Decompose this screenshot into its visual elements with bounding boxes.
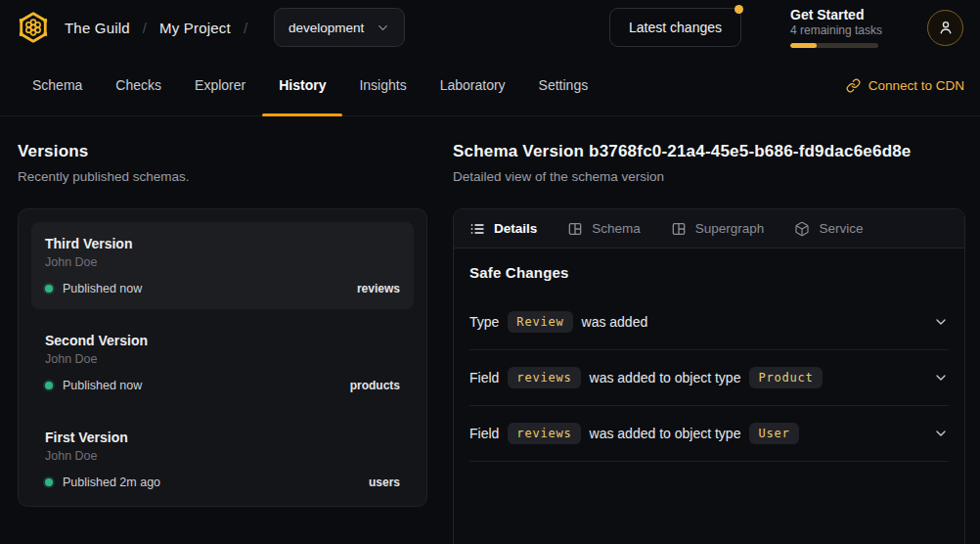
tab-laboratory[interactable]: Laboratory bbox=[423, 55, 522, 115]
breadcrumb-org[interactable]: The Guild bbox=[65, 20, 130, 36]
change-text: was added to object type bbox=[590, 426, 741, 441]
detail-tabs: Details Schema Sup bbox=[454, 209, 964, 249]
get-started-title: Get Started bbox=[790, 7, 878, 23]
get-started-subtitle: 4 remaining tasks bbox=[790, 23, 878, 38]
version-service-label: products bbox=[350, 379, 400, 392]
tab-explorer[interactable]: Explorer bbox=[178, 55, 262, 115]
versions-list: Third Version John Doe Published now rev… bbox=[18, 208, 427, 507]
latest-changes-button[interactable]: Latest changes bbox=[609, 8, 741, 47]
version-list-item[interactable]: Second Version John Doe Published now pr… bbox=[31, 319, 414, 406]
versions-title: Versions bbox=[18, 141, 427, 162]
change-text: Type bbox=[469, 314, 499, 330]
latest-changes-label: Latest changes bbox=[629, 20, 722, 35]
version-service-label: reviews bbox=[357, 282, 400, 295]
schema-version-card: Details Schema Sup bbox=[453, 208, 965, 544]
type-badge: Review bbox=[508, 311, 572, 333]
user-icon bbox=[937, 19, 955, 36]
version-status: Published now bbox=[63, 282, 142, 295]
breadcrumb-project[interactable]: My Project bbox=[159, 20, 231, 36]
schema-version-panel: Schema Version b3768fc0-21a4-45e5-b686-f… bbox=[453, 141, 965, 544]
version-author: John Doe bbox=[45, 448, 400, 464]
tab-supergraph[interactable]: Supergraph bbox=[671, 221, 765, 237]
version-list-item[interactable]: First Version John Doe Published 2m ago … bbox=[31, 416, 414, 503]
published-status-dot bbox=[45, 285, 53, 293]
detail-body: Safe Changes Type Review was added Field… bbox=[454, 249, 964, 477]
change-row[interactable]: Field reviews was added to object type U… bbox=[469, 406, 949, 462]
tab-supergraph-label: Supergraph bbox=[695, 221, 765, 236]
chevron-down-icon bbox=[376, 21, 390, 35]
tab-schema-view-label: Schema bbox=[592, 221, 641, 236]
version-author: John Doe bbox=[45, 351, 400, 367]
project-nav: Schema Checks Explorer History Insights … bbox=[0, 55, 980, 116]
version-author: John Doe bbox=[45, 254, 400, 270]
version-title: Second Version bbox=[45, 332, 400, 349]
change-text: was added bbox=[582, 314, 648, 330]
field-badge: reviews bbox=[508, 367, 580, 388]
type-badge: User bbox=[749, 423, 798, 444]
version-status: Published now bbox=[63, 379, 142, 392]
columns-icon bbox=[671, 221, 687, 237]
top-bar: The Guild / My Project / development Lat… bbox=[0, 0, 980, 55]
target-select-value: development bbox=[289, 21, 364, 35]
change-text: was added to object type bbox=[590, 370, 741, 385]
version-title: First Version bbox=[45, 429, 400, 446]
published-status-dot bbox=[45, 382, 53, 389]
tab-insights[interactable]: Insights bbox=[342, 55, 423, 115]
change-text: Field bbox=[469, 426, 499, 441]
version-list-item[interactable]: Third Version John Doe Published now rev… bbox=[31, 222, 414, 309]
guild-logo-icon[interactable] bbox=[16, 10, 51, 45]
version-title: Third Version bbox=[45, 235, 400, 252]
breadcrumb-separator: / bbox=[244, 20, 247, 36]
tab-details-label: Details bbox=[494, 221, 537, 236]
versions-subtitle: Recently published schemas. bbox=[18, 168, 427, 186]
tab-service-label: Service bbox=[819, 221, 863, 236]
published-status-dot bbox=[45, 478, 53, 486]
chevron-down-icon[interactable] bbox=[933, 314, 949, 330]
schema-version-title: Schema Version b3768fc0-21a4-45e5-b686-f… bbox=[453, 141, 965, 162]
tab-checks[interactable]: Checks bbox=[99, 55, 178, 115]
field-badge: reviews bbox=[508, 423, 580, 444]
cube-icon bbox=[794, 221, 810, 237]
tab-schema-view[interactable]: Schema bbox=[567, 221, 641, 237]
safe-changes-title: Safe Changes bbox=[469, 264, 949, 282]
version-service-label: users bbox=[369, 476, 400, 489]
schema-version-subtitle: Detailed view of the schema version bbox=[453, 168, 965, 186]
connect-to-cdn-label: Connect to CDN bbox=[869, 78, 964, 93]
version-status: Published 2m ago bbox=[63, 476, 160, 489]
type-badge: Product bbox=[749, 367, 822, 388]
target-select[interactable]: development bbox=[274, 8, 405, 47]
list-icon bbox=[469, 221, 485, 237]
main-content: Versions Recently published schemas. Thi… bbox=[0, 116, 980, 544]
tab-history[interactable]: History bbox=[262, 55, 342, 115]
user-avatar-button[interactable] bbox=[927, 10, 963, 46]
change-text: Field bbox=[469, 370, 499, 385]
columns-icon bbox=[567, 221, 583, 237]
chevron-down-icon[interactable] bbox=[933, 370, 949, 385]
tab-settings[interactable]: Settings bbox=[522, 55, 605, 115]
chevron-down-icon[interactable] bbox=[933, 426, 949, 441]
tab-schema[interactable]: Schema bbox=[16, 55, 99, 115]
breadcrumb-separator: / bbox=[143, 20, 147, 36]
get-started-widget[interactable]: Get Started 4 remaining tasks bbox=[790, 7, 878, 48]
link-icon bbox=[846, 78, 861, 93]
top-bar-right: Latest changes Get Started 4 remaining t… bbox=[609, 7, 963, 48]
get-started-progress bbox=[790, 43, 878, 48]
get-started-progress-fill bbox=[790, 43, 817, 48]
versions-panel: Versions Recently published schemas. Thi… bbox=[18, 141, 427, 544]
tab-details[interactable]: Details bbox=[469, 221, 537, 237]
tab-service[interactable]: Service bbox=[794, 221, 863, 237]
change-row[interactable]: Field reviews was added to object type P… bbox=[469, 350, 949, 406]
change-row[interactable]: Type Review was added bbox=[469, 295, 949, 350]
connect-to-cdn-link[interactable]: Connect to CDN bbox=[846, 55, 964, 115]
notification-dot bbox=[735, 5, 743, 14]
